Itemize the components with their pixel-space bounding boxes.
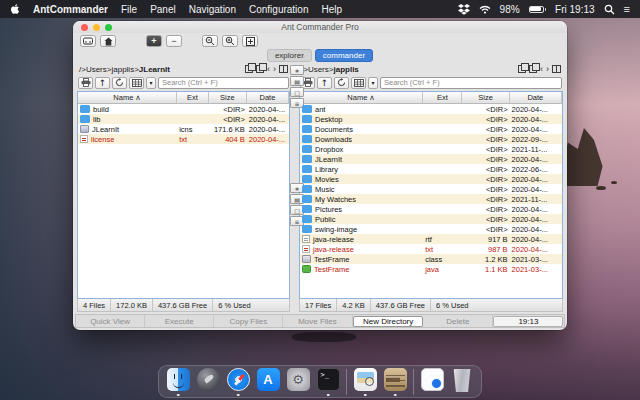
close-button[interactable] xyxy=(81,24,88,31)
table-row[interactable]: JLearnIt<DIR>2020-04-... xyxy=(300,154,562,164)
dock-item-document[interactable] xyxy=(420,368,444,395)
dock-item-appstore[interactable]: A xyxy=(256,368,280,395)
add-button[interactable]: + xyxy=(146,35,162,47)
minimize-button[interactable] xyxy=(93,24,100,31)
copy-tab-icon[interactable] xyxy=(245,65,253,73)
forward-icon[interactable]: › xyxy=(273,65,276,74)
notification-center-icon[interactable]: ≡ xyxy=(624,4,630,15)
view-mode-dropdown[interactable]: ▾ xyxy=(368,77,378,89)
table-row[interactable]: Movies<DIR>2020-04-... xyxy=(300,174,562,184)
duplicate-tab-icon[interactable] xyxy=(529,65,537,73)
dock-item-preview[interactable] xyxy=(353,368,377,395)
panel-icon[interactable] xyxy=(552,65,561,73)
apple-menu-icon[interactable] xyxy=(10,3,20,15)
parent-directory-button[interactable]: ↑ xyxy=(317,77,332,89)
table-row[interactable]: JLearnIticns171.6 KB2020-04-... xyxy=(78,124,289,134)
tab-commander[interactable]: commander xyxy=(315,49,373,63)
menu-item-app[interactable]: AntCommander xyxy=(33,4,108,15)
table-row[interactable]: TestFramejava1.1 KB2021-03-... xyxy=(300,264,562,274)
column-header-ext[interactable]: Ext xyxy=(177,92,209,104)
wifi-icon[interactable] xyxy=(479,5,491,14)
table-row[interactable]: TestFrameclass1.2 KB2021-03-... xyxy=(300,254,562,264)
refresh-button[interactable] xyxy=(334,77,349,89)
column-header-size[interactable]: Size xyxy=(462,92,509,104)
print-button[interactable] xyxy=(78,77,93,89)
back-icon[interactable]: ‹ xyxy=(540,65,543,74)
table-row[interactable]: java-releasetxt987 B2020-04-... xyxy=(300,244,562,254)
pane-divider[interactable]: ∗▤□≡∗▤□≡ xyxy=(290,63,299,312)
file-size: 987 B xyxy=(462,245,509,254)
title-bar[interactable]: Ant Commander Pro xyxy=(73,21,567,33)
clock-cell[interactable]: 19:13 xyxy=(493,316,563,327)
expand-button[interactable] xyxy=(242,35,258,47)
copy-files-button[interactable]: Copy Files xyxy=(214,315,283,327)
column-header-name[interactable]: Name∧ xyxy=(78,92,177,104)
table-row[interactable]: My Watches<DIR>2021-11-... xyxy=(300,194,562,204)
quick-view-button[interactable]: Quick View xyxy=(76,315,145,327)
table-row[interactable]: Library<DIR>2022-06-... xyxy=(300,164,562,174)
table-row[interactable]: licensetxt404 B2020-04-... xyxy=(78,134,289,144)
menu-bar-clock[interactable]: Fri 19:13 xyxy=(555,4,594,15)
move-files-button[interactable]: Move Files xyxy=(283,315,352,327)
search-input[interactable] xyxy=(158,77,289,89)
dock-item-finder[interactable] xyxy=(166,368,190,395)
zoom-in-button[interactable] xyxy=(222,35,238,47)
drive-button[interactable] xyxy=(80,35,96,47)
execute-button[interactable]: Execute xyxy=(145,315,214,327)
table-row[interactable]: ant<DIR>2020-04-... xyxy=(300,104,562,114)
table-row[interactable]: swing-image<DIR>2020-04-... xyxy=(300,224,562,234)
right-path-bar[interactable]: />Users>japplis ‹ › xyxy=(299,63,563,75)
table-row[interactable]: Downloads<DIR>2022-09-... xyxy=(300,134,562,144)
dropbox-icon[interactable] xyxy=(458,4,470,15)
dock-item-cabinet[interactable] xyxy=(383,368,407,395)
table-row[interactable]: java-releasertf917 B2020-04-... xyxy=(300,234,562,244)
view-mode-button[interactable] xyxy=(351,77,366,89)
divider-button-swap-panes-icon[interactable]: ∗ xyxy=(290,65,304,75)
dock-item-launchpad[interactable] xyxy=(196,368,220,395)
table-row[interactable]: Public<DIR>2020-04-... xyxy=(300,214,562,224)
dock-item-trash[interactable] xyxy=(450,368,474,395)
view-mode-dropdown[interactable]: ▾ xyxy=(146,77,156,89)
copy-tab-icon[interactable] xyxy=(518,65,526,73)
duplicate-tab-icon[interactable] xyxy=(256,65,264,73)
divider-button-select-icon[interactable]: □ xyxy=(290,87,304,97)
column-header-name[interactable]: Name∧ xyxy=(300,92,423,104)
dock-item-prefs[interactable]: ⚙ xyxy=(286,368,310,395)
table-row[interactable]: Dropbox<DIR>2021-11-... xyxy=(300,144,562,154)
menu-item-help[interactable]: Help xyxy=(321,4,342,15)
battery-icon[interactable] xyxy=(529,6,547,13)
view-mode-button[interactable] xyxy=(129,77,144,89)
zoom-button[interactable] xyxy=(105,24,112,31)
column-header-size[interactable]: Size xyxy=(209,92,247,104)
remove-button[interactable]: − xyxy=(166,35,182,47)
table-row[interactable]: Documents<DIR>2020-04-... xyxy=(300,124,562,134)
zoom-out-button[interactable] xyxy=(202,35,218,47)
column-header-date[interactable]: Date xyxy=(247,92,289,104)
table-row[interactable]: Music<DIR>2020-04-... xyxy=(300,184,562,194)
divider-button-clipboard-icon[interactable]: ▤ xyxy=(290,76,304,86)
column-header-date[interactable]: Date xyxy=(510,92,562,104)
menu-item-file[interactable]: File xyxy=(121,4,137,15)
menu-item-configuration[interactable]: Configuration xyxy=(249,4,308,15)
refresh-button[interactable] xyxy=(112,77,127,89)
parent-directory-button[interactable]: ↑ xyxy=(95,77,110,89)
table-row[interactable]: Pictures<DIR>2020-04-... xyxy=(300,204,562,214)
search-input[interactable] xyxy=(380,77,562,89)
tab-explorer[interactable]: explorer xyxy=(267,49,312,63)
dock-item-terminal[interactable]: >_ xyxy=(316,368,340,395)
table-row[interactable]: build<DIR>2020-04-... xyxy=(78,104,289,114)
delete-button[interactable]: Delete xyxy=(424,315,493,327)
dock-item-safari[interactable] xyxy=(226,368,250,395)
new-directory-button[interactable]: New Directory xyxy=(353,316,423,327)
table-row[interactable]: lib<DIR>2020-04-... xyxy=(78,114,289,124)
back-icon[interactable]: ‹ xyxy=(267,65,270,74)
table-row[interactable]: Desktop<DIR>2020-04-... xyxy=(300,114,562,124)
column-header-ext[interactable]: Ext xyxy=(423,92,462,104)
left-path-bar[interactable]: />Users>japplis>JLearnIt ‹ › xyxy=(77,63,290,75)
spotlight-search-icon[interactable] xyxy=(604,4,615,15)
menu-item-navigation[interactable]: Navigation xyxy=(189,4,236,15)
forward-icon[interactable]: › xyxy=(546,65,549,74)
panel-icon[interactable] xyxy=(279,65,288,73)
home-button[interactable] xyxy=(100,35,116,47)
menu-item-panel[interactable]: Panel xyxy=(150,4,176,15)
